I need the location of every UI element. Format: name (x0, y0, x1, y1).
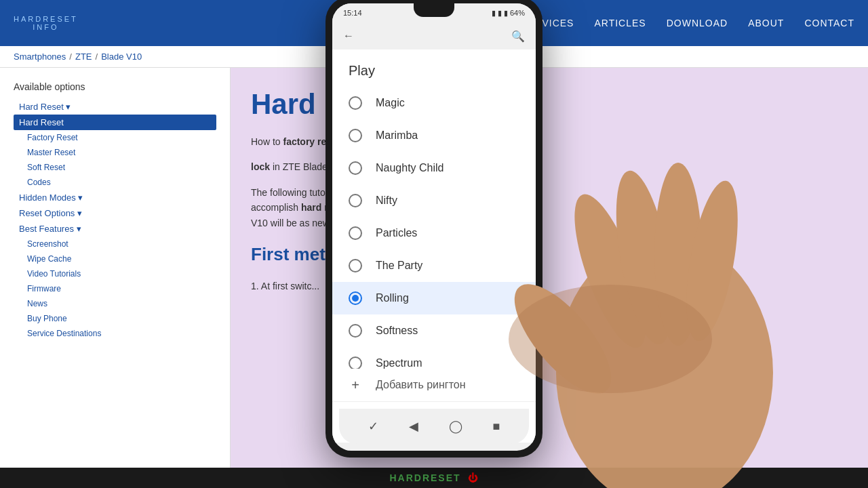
sidebar-item-codes[interactable]: Codes (14, 175, 216, 190)
page-content: Hard Reset... How to factory resc... 10?… (231, 68, 868, 488)
breadcrumb-blade[interactable]: Blade V10 (101, 52, 142, 62)
page-text-1: How to factory resc... 10? How to bypass… (251, 134, 848, 149)
nav-download[interactable]: DOWNLOAD (667, 18, 728, 28)
sidebar-item-master-reset[interactable]: Master Reset (14, 145, 216, 160)
power-icon: ⏻ (468, 472, 479, 483)
breadcrumb: Smartphones / ZTE / Blade V10 (0, 46, 868, 68)
nav-about[interactable]: ABOUT (748, 18, 784, 28)
footer: HARDRESET ⏻ (0, 468, 868, 488)
top-navigation: HARDRESET INFO DEVICES ARTICLES DOWNLOAD… (0, 0, 868, 46)
sidebar-item-best-features[interactable]: Best Features ▾ (14, 221, 216, 237)
nav-articles[interactable]: ARTICLES (594, 18, 646, 28)
main-content: Available options Hard Reset ▾ Hard Rese… (0, 68, 868, 488)
step-1-text: 1. At first switc... (251, 279, 848, 293)
sidebar-item-hard-reset-parent[interactable]: Hard Reset ▾ (14, 99, 216, 115)
sidebar-item-buy-phone[interactable]: Buy Phone (14, 311, 216, 326)
sidebar-item-news[interactable]: News (14, 296, 216, 311)
sidebar-item-screenshot[interactable]: Screenshot (14, 237, 216, 251)
sidebar-item-hard-reset[interactable]: Hard Reset (14, 115, 216, 130)
logo-text: HARDRESET (14, 15, 78, 23)
sidebar-item-service[interactable]: Service Destinations (14, 326, 216, 341)
sidebar: Available options Hard Reset ▾ Hard Rese… (0, 68, 231, 488)
first-method-title: First meth... (251, 244, 848, 265)
page-title: Hard Reset... (251, 88, 848, 121)
sidebar-item-factory-reset[interactable]: Factory Reset (14, 130, 216, 145)
sidebar-item-reset-options[interactable]: Reset Options ▾ (14, 205, 216, 221)
sidebar-item-wipe-cache[interactable]: Wipe Cache (14, 251, 216, 266)
sidebar-title: Available options (14, 81, 216, 92)
nav-links: DEVICES ARTICLES DOWNLOAD ABOUT CONTACT (528, 17, 854, 29)
sidebar-item-video-tutorials[interactable]: Video Tutorials (14, 266, 216, 281)
breadcrumb-zte[interactable]: ZTE (75, 52, 92, 62)
breadcrumb-smartphones[interactable]: Smartphones (14, 52, 66, 62)
page-text-3: The following tutor... ck out how to acc… (251, 185, 848, 230)
nav-contact[interactable]: CONTACT (804, 18, 854, 28)
sidebar-item-firmware[interactable]: Firmware (14, 281, 216, 296)
footer-text: HARDRESET ⏻ (389, 472, 478, 483)
sidebar-item-soft-reset[interactable]: Soft Reset (14, 160, 216, 175)
page-text-2: lock in ZTE Blade V... (251, 159, 848, 174)
logo-sub: INFO (14, 23, 78, 31)
sidebar-item-hidden-modes[interactable]: Hidden Modes ▾ (14, 190, 216, 205)
nav-devices[interactable]: DEVICES (528, 18, 574, 28)
site-logo: HARDRESET INFO (14, 15, 78, 31)
